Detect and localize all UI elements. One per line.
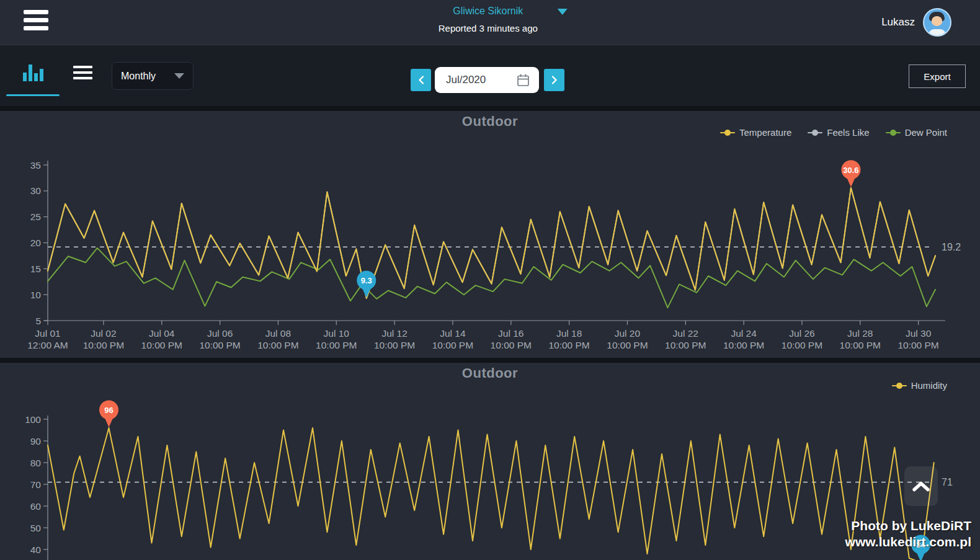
humidity-chart[interactable]: 711009080706050409634: [0, 363, 980, 560]
x-axis-label-time: 10:00 PM: [141, 340, 182, 350]
menu-icon: [24, 10, 48, 14]
x-axis-label-date: Jul 22: [673, 328, 698, 339]
max-marker-pin: 30.6: [841, 160, 860, 187]
chart-toolbar: Monthly Jul/2020 Export: [0, 45, 980, 106]
x-axis-label-time: 10:00 PM: [548, 340, 589, 350]
marker-value-label: 30.6: [843, 166, 858, 175]
y-axis-label: 5: [35, 316, 41, 326]
chevron-up-icon: [912, 481, 930, 492]
chevron-down-icon: [558, 9, 568, 15]
x-axis-label-date: Jul 26: [789, 328, 814, 339]
reported-status: Reported 3 minutes ago: [439, 23, 538, 33]
photo-credit-line2: www.lukedirt.com.pl: [845, 534, 971, 550]
y-axis-label: 80: [30, 458, 42, 468]
marker-value-label: 96: [104, 406, 113, 415]
list-icon: [73, 66, 92, 68]
y-axis-label: 50: [30, 523, 42, 533]
temperature-chart[interactable]: 19.23530252015105Jul 0112:00 AMJul 0210:…: [0, 111, 980, 358]
tab-list-view[interactable]: [73, 66, 92, 82]
x-axis-label-date: Jul 10: [324, 328, 350, 339]
x-axis-label-date: Jul 16: [498, 328, 523, 339]
chevron-down-icon: [174, 73, 184, 79]
top-bar: Gliwice Sikornik Reported 3 minutes ago …: [0, 0, 980, 45]
date-input-value: Jul/2020: [446, 74, 486, 86]
x-axis-label-time: 10:00 PM: [491, 340, 532, 350]
marker-value-label: 9.3: [361, 276, 372, 285]
next-period-button[interactable]: [544, 69, 564, 91]
scroll-to-top-button[interactable]: [904, 466, 938, 506]
x-axis-label-time: 12:00 AM: [27, 340, 68, 350]
max-marker-pin: 96: [99, 401, 118, 428]
average-line-label: 19.2: [942, 242, 961, 252]
y-axis-label: 10: [30, 290, 42, 300]
calendar-icon[interactable]: [516, 73, 530, 87]
x-axis-label-date: Jul 24: [731, 328, 757, 339]
menu-button[interactable]: [24, 9, 50, 34]
x-axis-label-date: Jul 04: [149, 328, 175, 339]
humidity-chart-panel: Outdoor Humidity 711009080706050409634: [0, 363, 980, 560]
avatar-shirt: [929, 29, 946, 37]
x-axis-label-date: Jul 20: [615, 328, 641, 339]
humidity-line: [48, 428, 934, 560]
date-input[interactable]: Jul/2020: [435, 67, 539, 93]
tab-chart-view[interactable]: [15, 64, 52, 83]
x-axis-label-time: 10:00 PM: [665, 340, 706, 350]
x-axis-label-time: 10:00 PM: [898, 340, 938, 350]
user-area: Lukasz: [881, 8, 951, 37]
x-axis-label-time: 10:00 PM: [374, 340, 415, 350]
x-axis-label-date: Jul 18: [556, 328, 582, 339]
user-name: Lukasz: [881, 16, 915, 29]
y-axis-label: 100: [25, 414, 41, 425]
dew-point-line: [48, 248, 935, 308]
y-axis-label: 30: [30, 185, 42, 196]
x-axis-label-date: Jul 06: [207, 328, 233, 339]
y-axis-label: 15: [30, 264, 41, 274]
avatar[interactable]: [923, 8, 951, 37]
average-line-label: 71: [942, 477, 953, 487]
y-axis-label: 70: [30, 479, 42, 490]
temperature-chart-panel: Outdoor TemperatureFeels LikeDew Point 1…: [0, 111, 980, 358]
x-axis-label-time: 10:00 PM: [316, 340, 357, 350]
x-axis-label-date: Jul 14: [440, 328, 466, 339]
x-axis-label-time: 10:00 PM: [83, 340, 124, 350]
photo-credit-line1: Photo by LukeDiRT: [845, 518, 971, 534]
y-axis-label: 90: [30, 436, 42, 447]
station-header: Gliwice Sikornik Reported 3 minutes ago: [439, 6, 538, 33]
x-axis-label-date: Jul 02: [91, 328, 116, 339]
x-axis-label-time: 10:00 PM: [782, 340, 822, 350]
x-axis-label-date: Jul 28: [847, 328, 873, 339]
range-select-value: Monthly: [121, 71, 156, 82]
station-selector[interactable]: Gliwice Sikornik: [453, 6, 523, 17]
x-axis-label-time: 10:00 PM: [432, 340, 473, 350]
x-axis-label-time: 10:00 PM: [607, 340, 648, 350]
avatar-face: [932, 16, 942, 26]
y-axis-label: 40: [30, 544, 42, 555]
x-axis-label-time: 10:00 PM: [840, 340, 881, 350]
x-axis-label-date: Jul 08: [265, 328, 291, 339]
x-axis-label-date: Jul 12: [381, 328, 407, 339]
previous-period-button[interactable]: [411, 69, 431, 91]
active-tab-indicator: [6, 94, 60, 96]
weather-dashboard: Gliwice Sikornik Reported 3 minutes ago …: [0, 0, 980, 560]
x-axis-label-time: 10:00 PM: [723, 340, 764, 350]
y-axis-label: 20: [30, 238, 42, 248]
range-select[interactable]: Monthly: [112, 62, 194, 90]
photo-credit: Photo by LukeDiRT www.lukedirt.com.pl: [845, 518, 971, 550]
temperature-line: [48, 188, 935, 298]
x-axis-label-date: Jul 01: [35, 328, 60, 339]
chevron-right-icon: [551, 75, 558, 85]
y-axis-label: 25: [30, 211, 41, 222]
x-axis-label-time: 10:00 PM: [257, 340, 298, 350]
station-name[interactable]: Gliwice Sikornik: [453, 6, 523, 16]
bar-chart-icon: [23, 64, 44, 81]
x-axis-label-date: Jul 30: [906, 328, 932, 339]
y-axis-label: 35: [30, 160, 41, 171]
chevron-left-icon: [417, 75, 425, 85]
x-axis-label-time: 10:00 PM: [199, 340, 240, 350]
export-button[interactable]: Export: [909, 64, 966, 88]
min-marker-pin: 9.3: [357, 271, 376, 298]
y-axis-label: 60: [30, 501, 42, 512]
